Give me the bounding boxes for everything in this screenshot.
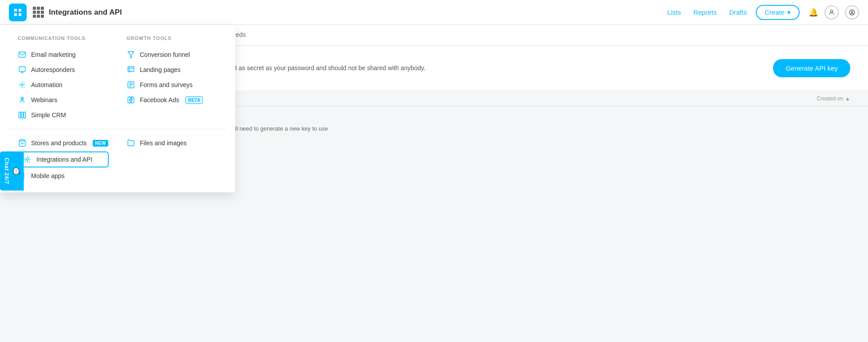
bell-icon[interactable]: 🔔 (809, 8, 818, 17)
topnav: Integrations and API Lists Reports Draft… (0, 0, 868, 25)
files-icon (126, 139, 135, 147)
autoresponder-icon (18, 65, 27, 74)
svg-point-5 (21, 84, 24, 86)
dropdown-automation[interactable]: Automation (18, 77, 109, 92)
dropdown-integrations-api[interactable]: Integrations and API (18, 151, 109, 167)
sort-icon: ▲ (845, 95, 850, 102)
facebook-icon (126, 95, 135, 104)
grid-icon[interactable] (31, 5, 45, 20)
landing-icon (126, 65, 135, 74)
nav-reports[interactable]: Reports (693, 8, 717, 16)
dropdown-forms-surveys[interactable]: Forms and surveys (126, 77, 217, 92)
logo[interactable] (9, 4, 27, 21)
user-icon[interactable] (825, 5, 839, 20)
dropdown-autoresponders[interactable]: Autoresponders (18, 62, 109, 77)
topnav-icons: 🔔 (809, 5, 859, 20)
svg-point-2 (851, 11, 853, 12)
svg-rect-4 (19, 67, 25, 72)
integration-icon (23, 155, 32, 164)
chevron-down-icon: ▾ (787, 8, 791, 16)
growth-tools-heading: GROWTH TOOLS (126, 36, 217, 41)
create-button[interactable]: Create ▾ (756, 5, 800, 20)
automation-icon (18, 80, 27, 89)
svg-point-15 (27, 159, 29, 161)
dropdown-menu: COMMUNICATION TOOLS Email marketing Auto… (0, 25, 235, 192)
nav-lists[interactable]: Lists (667, 8, 681, 16)
crm-icon (18, 111, 27, 119)
svg-point-7 (22, 98, 23, 99)
generate-api-key-button[interactable]: Generate API key (773, 59, 850, 77)
dropdown-landing-pages[interactable]: Landing pages (126, 62, 217, 77)
dropdown-bottom: Stores and products NEW Integrations and… (0, 135, 235, 183)
dropdown-mobile-apps[interactable]: Mobile apps (18, 168, 109, 183)
account-icon[interactable] (845, 5, 859, 20)
svg-marker-11 (128, 52, 134, 58)
chat-label: Chat 24/7 (4, 158, 10, 184)
dropdown-growth-col: GROWTH TOOLS Conversion funnel Landing p… (118, 36, 226, 123)
svg-rect-10 (24, 112, 26, 118)
dropdown-conversion-funnel[interactable]: Conversion funnel (126, 47, 217, 62)
svg-rect-9 (21, 112, 23, 118)
dropdown-comm-col: COMMUNICATION TOOLS Email marketing Auto… (9, 36, 118, 123)
new-badge: NEW (93, 140, 108, 147)
dropdown-facebook-ads[interactable]: Facebook Ads BETA (126, 92, 217, 107)
email-icon (18, 50, 27, 59)
dropdown-files-images[interactable]: Files and images (126, 135, 217, 151)
webinar-icon (18, 95, 27, 104)
svg-rect-8 (19, 112, 21, 118)
nav-links: Lists Reports Drafts (667, 8, 747, 16)
dropdown-bottom-left: Stores and products NEW Integrations and… (9, 135, 118, 183)
dropdown-stores-products[interactable]: Stores and products NEW (18, 135, 109, 151)
page-title: Integrations and API (49, 8, 122, 17)
chat-icon: 💬 (13, 167, 20, 175)
nav-drafts[interactable]: Drafts (729, 8, 747, 16)
comm-tools-heading: COMMUNICATION TOOLS (18, 36, 109, 41)
funnel-icon (126, 50, 135, 59)
dropdown-webinars[interactable]: Webinars (18, 92, 109, 107)
dropdown-simple-crm[interactable]: Simple CRM (18, 107, 109, 123)
forms-icon (126, 80, 135, 89)
dropdown-email-marketing[interactable]: Email marketing (18, 47, 109, 62)
svg-point-0 (830, 10, 832, 12)
svg-rect-12 (128, 67, 134, 72)
dropdown-divider (9, 129, 226, 129)
dropdown-bottom-right: Files and images (118, 135, 226, 183)
beta-badge: BETA (185, 96, 203, 104)
chat-widget[interactable]: Chat 24/7 💬 (0, 151, 24, 191)
store-icon (18, 139, 27, 147)
